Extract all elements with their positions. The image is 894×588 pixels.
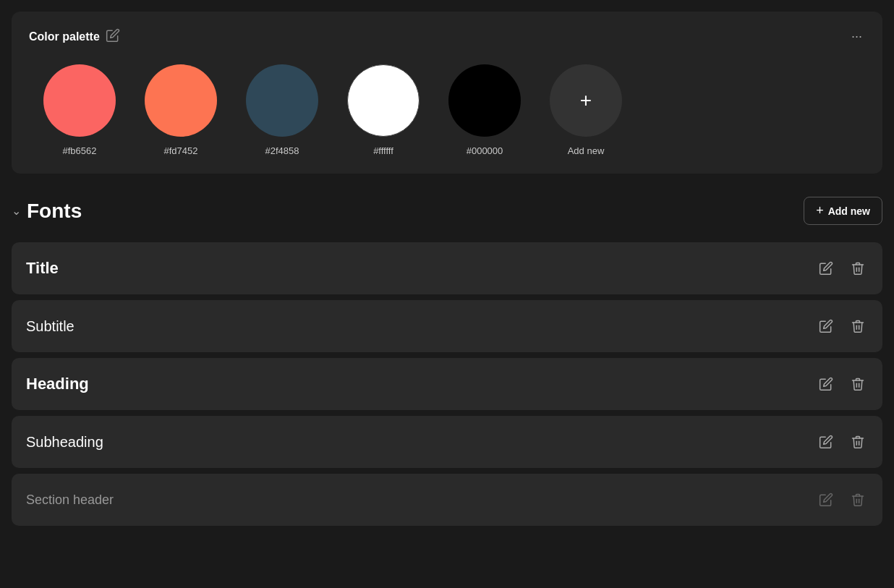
- color-item-2[interactable]: #2f4858: [246, 64, 318, 156]
- font-edit-heading-button[interactable]: [816, 374, 836, 394]
- color-label-0: #fb6562: [63, 145, 97, 156]
- fonts-add-new-button[interactable]: + Add new: [804, 197, 882, 225]
- color-circle-2: [246, 64, 318, 137]
- add-color-item[interactable]: + Add new: [550, 64, 622, 156]
- color-item-1[interactable]: #fd7452: [145, 64, 217, 156]
- font-edit-title-button[interactable]: [816, 258, 836, 278]
- font-item-subheading: Subheading: [12, 416, 882, 468]
- trash-icon: [851, 493, 865, 507]
- font-actions-section-header: [816, 490, 868, 510]
- pencil-icon: [819, 261, 833, 276]
- color-circle-4: [448, 64, 521, 137]
- font-item-section-header: Section header: [12, 474, 882, 526]
- color-circle-0: [43, 64, 116, 137]
- font-name-section-header: Section header: [26, 493, 114, 508]
- font-item-heading: Heading: [12, 358, 882, 410]
- color-palette-title: Color palette: [29, 30, 100, 43]
- color-item-4[interactable]: #000000: [448, 64, 521, 156]
- fonts-title-group: ⌄ Fonts: [12, 200, 82, 223]
- font-actions-heading: [816, 374, 868, 394]
- color-label-4: #000000: [467, 145, 503, 156]
- color-circle-3: [347, 64, 420, 137]
- color-palette-more-button[interactable]: ···: [848, 26, 865, 47]
- font-edit-section-header-button[interactable]: [816, 490, 836, 510]
- fonts-add-new-label: Add new: [828, 205, 870, 217]
- fonts-title: Fonts: [27, 200, 82, 223]
- font-actions-subheading: [816, 432, 868, 452]
- pencil-icon: [819, 319, 833, 333]
- font-delete-section-header-button[interactable]: [848, 490, 868, 510]
- pencil-icon: [819, 435, 833, 449]
- font-actions-title: [816, 258, 868, 278]
- font-actions-subtitle: [816, 316, 868, 336]
- trash-icon: [851, 261, 865, 276]
- font-item-title: Title: [12, 242, 882, 294]
- color-palette-header: Color palette ···: [29, 26, 865, 47]
- font-edit-subtitle-button[interactable]: [816, 316, 836, 336]
- trash-icon: [851, 377, 865, 391]
- font-name-title: Title: [26, 259, 59, 278]
- add-color-label: Add new: [568, 145, 605, 156]
- trash-icon: [851, 435, 865, 449]
- font-delete-title-button[interactable]: [848, 258, 868, 278]
- font-item-subtitle: Subtitle: [12, 300, 882, 352]
- color-label-2: #2f4858: [265, 145, 299, 156]
- color-palette-title-group: Color palette: [29, 28, 120, 45]
- fonts-section: ⌄ Fonts + Add new Title: [12, 185, 882, 526]
- fonts-add-plus-icon: +: [816, 203, 824, 218]
- color-palette-section: Color palette ··· #fb6562: [12, 12, 882, 174]
- color-item-3[interactable]: #ffffff: [347, 64, 420, 156]
- page-container: Color palette ··· #fb6562: [0, 12, 894, 526]
- font-delete-heading-button[interactable]: [848, 374, 868, 394]
- font-name-subheading: Subheading: [26, 434, 103, 451]
- font-name-subtitle: Subtitle: [26, 318, 74, 335]
- font-delete-subheading-button[interactable]: [848, 432, 868, 452]
- add-color-circle[interactable]: +: [550, 64, 622, 137]
- fonts-header: ⌄ Fonts + Add new: [12, 191, 882, 231]
- fonts-chevron-icon[interactable]: ⌄: [12, 204, 21, 218]
- colors-row: #fb6562 #fd7452 #2f4858 #ffffff #000000: [29, 64, 865, 156]
- add-color-plus-icon: +: [580, 90, 592, 111]
- pencil-icon: [819, 493, 833, 507]
- font-edit-subheading-button[interactable]: [816, 432, 836, 452]
- color-label-3: #ffffff: [373, 145, 393, 156]
- font-delete-subtitle-button[interactable]: [848, 316, 868, 336]
- color-palette-edit-icon[interactable]: [106, 28, 120, 45]
- color-label-1: #fd7452: [164, 145, 198, 156]
- trash-icon: [851, 319, 865, 333]
- font-name-heading: Heading: [26, 375, 89, 393]
- color-circle-1: [145, 64, 217, 137]
- pencil-icon: [819, 377, 833, 391]
- color-item-0[interactable]: #fb6562: [43, 64, 116, 156]
